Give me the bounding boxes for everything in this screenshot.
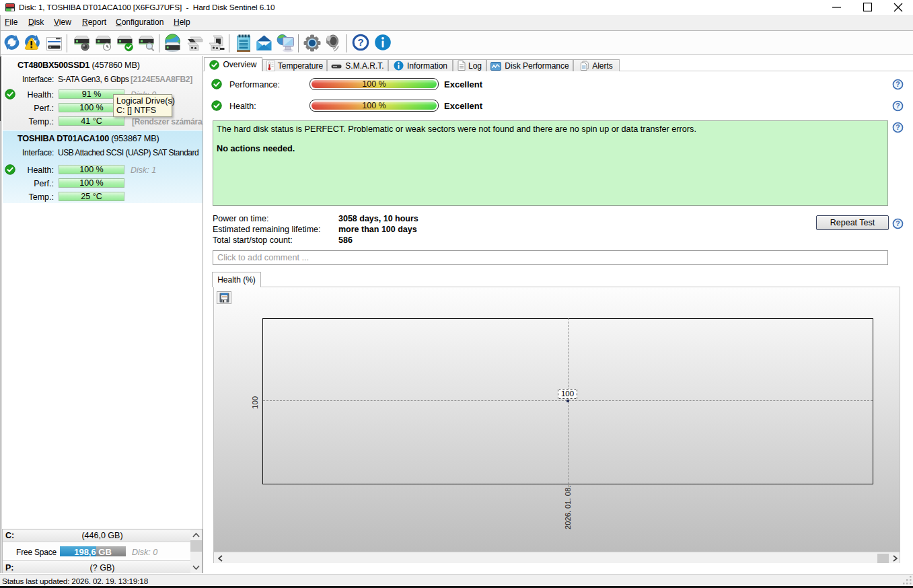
svg-text:?: ? xyxy=(896,123,900,131)
svg-text:?: ? xyxy=(896,102,900,110)
svg-text:?: ? xyxy=(896,80,900,88)
svg-text:?: ? xyxy=(896,219,900,227)
svg-text:?: ? xyxy=(357,36,363,48)
